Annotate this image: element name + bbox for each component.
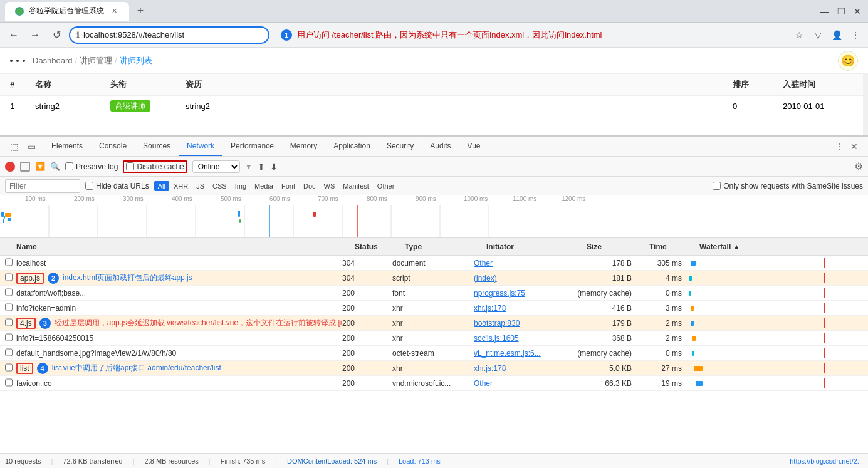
table-row[interactable]: favicon.ico 200 vnd.microsoft.ic... Othe… xyxy=(0,376,868,391)
sidebar-toggle[interactable] xyxy=(10,60,25,62)
row-status: 200 xyxy=(342,364,392,373)
row-initiator[interactable]: vL_ntime.esm.js:6... xyxy=(474,349,574,358)
close-button[interactable]: ✕ xyxy=(852,6,863,17)
row-initiator[interactable]: Other xyxy=(474,259,574,268)
row-checkbox[interactable] xyxy=(5,318,13,326)
row-checkbox[interactable] xyxy=(5,348,13,356)
maximize-button[interactable]: ❐ xyxy=(835,6,847,17)
transferred-size: 72.6 KB transferred xyxy=(63,457,122,465)
breadcrumb-teacher[interactable]: 讲师管理 xyxy=(80,55,112,66)
forward-button[interactable]: → xyxy=(26,26,44,44)
table-row[interactable]: data:font/woff;base... 200 font nprogres… xyxy=(0,286,868,301)
row-initiator[interactable]: bootstrap:830 xyxy=(474,319,574,328)
filter-all[interactable]: All xyxy=(154,181,169,191)
tab-elements[interactable]: Elements xyxy=(44,137,90,156)
user-avatar[interactable]: 😊 xyxy=(838,51,858,71)
table-row[interactable]: default_handsome.jpg?imageView2/1/w/80/h… xyxy=(0,346,868,361)
network-rows: localhost 304 document Other 178 B 305 m… xyxy=(0,256,868,453)
filter-xhr[interactable]: XHR xyxy=(170,181,192,191)
filter-doc[interactable]: Doc xyxy=(300,181,320,191)
url-bar[interactable]: ℹ localhost:9528/#/teacher/list xyxy=(69,26,269,44)
row-checkbox[interactable] xyxy=(5,333,13,341)
inspect-element-icon[interactable]: ⬚ xyxy=(8,140,20,153)
user-icon[interactable]: 👤 xyxy=(829,28,844,43)
row-initiator[interactable]: xhr.js:178 xyxy=(474,304,574,313)
filter-bar: Hide data URLs All XHR JS CSS Img Media … xyxy=(0,177,868,195)
table-row[interactable]: list 4 list.vue中调用了后端api接口 admin/edu/tea… xyxy=(0,361,868,376)
same-site-label[interactable]: Only show requests with SameSite issues xyxy=(713,182,863,190)
table-row[interactable]: localhost 304 document Other 178 B 305 m… xyxy=(0,256,868,271)
tab-console[interactable]: Console xyxy=(92,137,134,156)
waterfall-sort-icon[interactable]: ▲ xyxy=(733,243,740,250)
row-status: 200 xyxy=(342,304,392,313)
devtools-close-icon[interactable]: ✕ xyxy=(848,140,860,153)
row-checkbox[interactable] xyxy=(5,378,13,387)
table-row[interactable]: info?token=admin 200 xhr xhr.js:178 416 … xyxy=(0,301,868,316)
filter-input[interactable] xyxy=(5,179,80,193)
table-row[interactable]: app.js 2 index.html页面加载打包后的最终app.js 304 … xyxy=(0,271,868,286)
disable-cache-checkbox[interactable] xyxy=(126,162,134,170)
preserve-log-checkbox[interactable] xyxy=(65,162,73,170)
row-checkbox[interactable] xyxy=(5,303,13,311)
scrollbar-right[interactable] xyxy=(863,74,868,135)
device-toolbar-icon[interactable]: ▭ xyxy=(25,140,38,153)
table-row[interactable]: 4.js 3 经过层层调用，app.js会延迟加载 views/teacher/… xyxy=(0,316,868,331)
stop-button[interactable] xyxy=(20,162,30,172)
active-tab[interactable]: 谷粒学院后台管理系统 ✕ xyxy=(5,2,129,21)
row-initiator[interactable]: nprogress.js:75 xyxy=(474,289,574,298)
bookmark-icon[interactable]: ☆ xyxy=(792,28,807,43)
filter-font[interactable]: Font xyxy=(278,181,299,191)
devtools-tabs: ⬚ ▭ Elements Console Sources Network Per… xyxy=(0,137,868,157)
table-row[interactable]: info?t=1586604250015 200 xhr soc'is.js:1… xyxy=(0,331,868,346)
extensions-icon[interactable]: ▽ xyxy=(810,28,825,43)
upload-icon[interactable]: ⬆ xyxy=(258,162,265,172)
download-icon[interactable]: ⬇ xyxy=(270,162,278,172)
record-button[interactable] xyxy=(5,162,15,172)
back-button[interactable]: ← xyxy=(5,26,23,44)
row-status: 200 xyxy=(342,379,392,388)
reload-button[interactable]: ↺ xyxy=(48,26,65,44)
row-initiator[interactable]: (index) xyxy=(474,274,574,283)
breadcrumb-dashboard[interactable]: Dashboard xyxy=(33,56,73,65)
tab-network[interactable]: Network xyxy=(179,137,222,156)
row-checkbox[interactable] xyxy=(5,258,13,266)
row-initiator[interactable]: soc'is.js:1605 xyxy=(474,334,574,343)
tab-memory[interactable]: Memory xyxy=(283,137,325,156)
filter-img[interactable]: Img xyxy=(231,181,250,191)
row-name: string2 xyxy=(35,101,110,111)
search-icon[interactable]: 🔍 xyxy=(50,162,60,171)
new-tab-button[interactable]: + xyxy=(132,3,149,20)
filter-manifest[interactable]: Manifest xyxy=(339,181,373,191)
devtools-more-icon[interactable]: ⋮ xyxy=(833,140,845,153)
filter-other[interactable]: Other xyxy=(374,181,399,191)
hide-data-urls-label[interactable]: Hide data URLs xyxy=(85,182,149,190)
tab-security[interactable]: Security xyxy=(379,137,421,156)
row-checkbox[interactable] xyxy=(5,273,13,281)
row-checkbox[interactable] xyxy=(5,363,13,372)
row-name-img: default_handsome.jpg?imageView2/1/w/80/h… xyxy=(16,349,342,358)
tab-application[interactable]: Application xyxy=(326,137,378,156)
minimize-button[interactable]: — xyxy=(819,6,830,17)
preserve-log-label[interactable]: Preserve log xyxy=(65,162,118,171)
filter-js[interactable]: JS xyxy=(192,181,208,191)
filter-css[interactable]: CSS xyxy=(209,181,231,191)
tab-performance[interactable]: Performance xyxy=(223,137,281,156)
row-initiator[interactable]: Other xyxy=(474,379,574,388)
filter-media[interactable]: Media xyxy=(251,181,277,191)
tab-sources[interactable]: Sources xyxy=(135,137,178,156)
tab-audits[interactable]: Audits xyxy=(422,137,458,156)
hide-data-checkbox[interactable] xyxy=(85,182,93,190)
tab-close-button[interactable]: ✕ xyxy=(109,6,119,16)
tab-vue[interactable]: Vue xyxy=(460,137,488,156)
browser-titlebar: 谷粒学院后台管理系统 ✕ + — ❐ ✕ xyxy=(0,0,868,23)
disable-cache-label[interactable]: Disable cache xyxy=(123,160,187,173)
row-waterfall xyxy=(687,287,863,299)
throttle-select[interactable]: Online Fast 3G Slow 3G Offline xyxy=(192,160,240,173)
settings-icon[interactable]: ⚙ xyxy=(854,161,863,172)
row-initiator[interactable]: xhr.js:178 xyxy=(474,364,574,373)
same-site-checkbox[interactable] xyxy=(713,182,721,190)
filter-icon[interactable]: 🔽 xyxy=(35,162,45,171)
row-checkbox[interactable] xyxy=(5,288,13,296)
menu-icon[interactable]: ⋮ xyxy=(848,28,863,43)
filter-ws[interactable]: WS xyxy=(320,181,339,191)
